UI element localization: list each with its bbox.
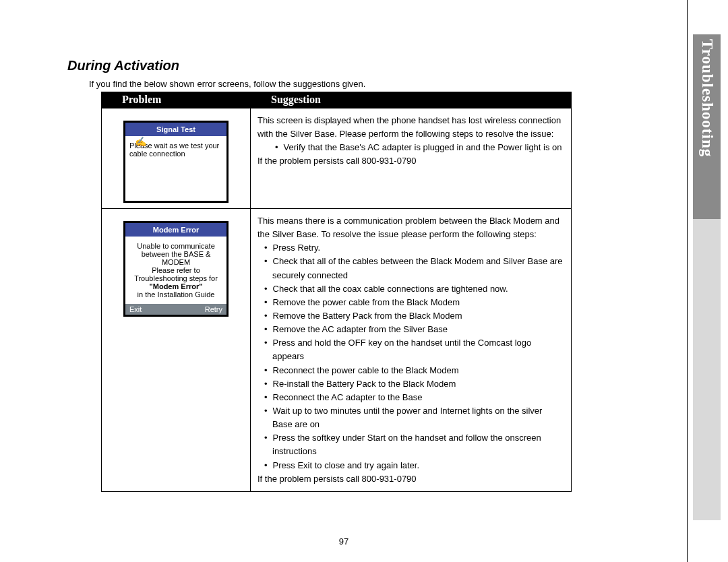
suggestion-intro: This screen is displayed when the phone … (257, 115, 561, 139)
section-heading: During Activation (67, 58, 580, 73)
phone-softkeys: Exit Retry (125, 304, 226, 315)
content-area: During Activation ✍ If you find the belo… (67, 58, 580, 492)
phone-screen-signal-test: Signal Test Please wait as we test your … (123, 121, 229, 203)
vertical-rule (687, 0, 688, 562)
suggestion-persist: If the problem persists call 800-931-079… (257, 474, 417, 484)
col-header-suggestion: Suggestion (251, 92, 572, 108)
note-icon: ✍ (135, 136, 146, 147)
suggestion-bullet: Remove the AC adapter from the Silver Ba… (257, 323, 564, 336)
phone-body-line: Unable to communicate between the BASE &… (137, 242, 215, 266)
phone-title: Signal Test (125, 123, 226, 136)
suggestion-bullet: Reconnect the AC adapter to the Base (257, 391, 564, 404)
table-row: Modem Error Unable to communicate betwee… (102, 209, 572, 492)
phone-title: Modem Error (125, 223, 226, 237)
problem-cell: Signal Test Please wait as we test your … (102, 108, 251, 209)
suggestion-cell: This means there is a communication prob… (251, 209, 572, 492)
suggestion-intro: This means there is a communication prob… (257, 216, 559, 239)
suggestion-bullet: Check that all the coax cable connection… (257, 282, 564, 296)
side-tab-label: Troubleshooting (693, 39, 721, 208)
phone-body: Unable to communicate between the BASE &… (125, 237, 226, 304)
suggestion-bullet: Press and hold the OFF key on the handse… (257, 336, 564, 363)
suggestion-bullet: Press the softkey under Start on the han… (257, 431, 564, 458)
suggestion-bullet: Wait up to two minutes until the power a… (257, 404, 564, 431)
suggestion-bullet: Remove the power cable from the Black Mo… (257, 296, 564, 309)
phone-screen-modem-error: Modem Error Unable to communicate betwee… (123, 221, 229, 317)
page-canvas: Troubleshooting During Activation ✍ If y… (0, 0, 728, 562)
note-line: If you find the below shown error screen… (89, 79, 580, 89)
suggestion-persist: If the problem persists call 800-931-079… (257, 156, 417, 166)
trouble-table: Problem Suggestion Signal Test Please wa… (101, 92, 572, 492)
phone-body-line: Please refer to Troubleshooting steps fo… (134, 266, 218, 282)
table-row: Signal Test Please wait as we test your … (102, 108, 572, 209)
suggestion-cell: This screen is displayed when the phone … (251, 108, 572, 209)
side-tab-light (693, 219, 721, 520)
col-header-problem: Problem (102, 92, 251, 108)
phone-body-line: in the Installation Guide (138, 290, 215, 299)
suggestion-bullet: Remove the Battery Pack from the Black M… (257, 309, 564, 323)
suggestion-bullet: Re-install the Battery Pack to the Black… (257, 377, 564, 391)
suggestion-bullet: Verify that the Base's AC adapter is plu… (257, 141, 564, 154)
suggestion-bullet: Check that all of the cables between the… (257, 255, 564, 282)
phone-softkey-retry[interactable]: Retry (205, 305, 222, 313)
suggestion-bullet: Press Retry. (257, 241, 564, 255)
suggestion-bullet: Reconnect the power cable to the Black M… (257, 364, 564, 377)
phone-softkey-exit[interactable]: Exit (129, 305, 142, 313)
page-number: 97 (0, 536, 688, 547)
phone-body-line: "Modem Error" (150, 282, 203, 290)
problem-cell: Modem Error Unable to communicate betwee… (102, 209, 251, 492)
suggestion-bullet: Press Exit to close and try again later. (257, 459, 564, 472)
